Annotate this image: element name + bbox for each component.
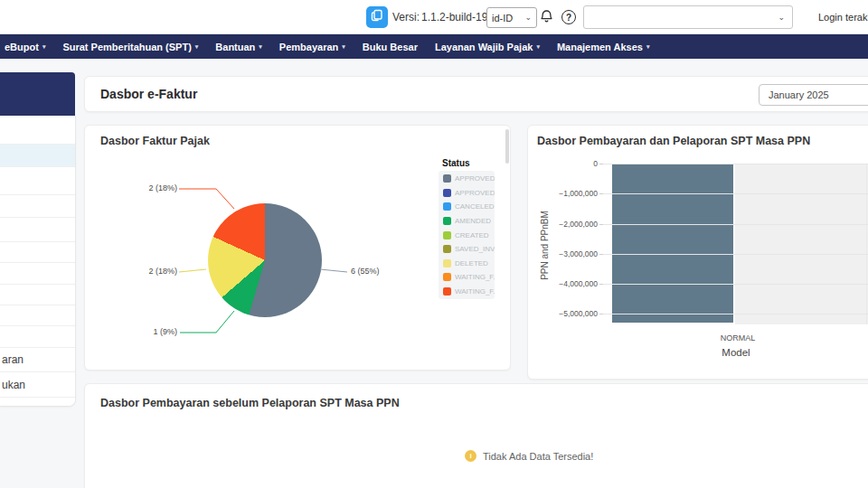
locale-select[interactable]: id-ID ⌄	[486, 7, 537, 28]
empty-state: i Tidak Ada Data Tersedia!	[465, 450, 593, 462]
nav-item-label: Bantuan	[215, 42, 255, 52]
sidebar-menu: aranukan	[0, 116, 76, 407]
legend-label: CREATED	[455, 231, 489, 239]
sidebar-item[interactable]	[0, 263, 75, 285]
y-axis-title: PPN and PPnBM	[540, 183, 550, 309]
version-label: Versi:	[392, 11, 420, 23]
y-tick-mark	[599, 254, 603, 255]
plot-right-edge	[866, 164, 867, 324]
help-button[interactable]: ?	[561, 10, 576, 24]
sidebar-item[interactable]	[0, 242, 75, 263]
y-tick-mark	[599, 284, 603, 285]
legend-label: APPROVED_...	[455, 174, 495, 183]
legend-item[interactable]: AMENDED	[443, 217, 495, 225]
nav-item-label: Surat Pemberitahuan (SPT)	[62, 42, 191, 52]
y-tick-label: −4,000,000	[528, 279, 598, 288]
y-tick-mark	[599, 224, 603, 225]
app-launcher-button[interactable]	[366, 6, 388, 28]
nav-item-bantuan[interactable]: Bantuan▾	[215, 42, 262, 52]
faktur-pie-chart[interactable]	[208, 203, 322, 317]
legend-swatch	[443, 259, 451, 267]
sidebar-item[interactable]	[0, 145, 75, 167]
legend-item[interactable]: CANCELED	[443, 202, 495, 211]
nav-item-layanan-wajib-pajak[interactable]: Layanan Wajib Pajak▾	[435, 42, 540, 52]
sidebar-item[interactable]: ukan	[0, 372, 75, 398]
sidebar-item[interactable]	[0, 326, 75, 348]
period-date-value: January 2025	[769, 89, 829, 100]
copy-pages-icon	[371, 9, 383, 25]
nav-item-label: eBupot	[5, 42, 39, 52]
sidebar-item[interactable]	[0, 195, 75, 218]
legend-item[interactable]: SAVED_INV...	[443, 245, 495, 253]
y-tick-mark	[599, 314, 603, 314]
chevron-down-icon: ▾	[259, 43, 262, 51]
nav-item-buku-besar[interactable]: Buku Besar	[363, 42, 418, 52]
plot-background-region	[735, 164, 868, 324]
sidebar-item[interactable]	[0, 305, 75, 326]
legend-label: SAVED_INV...	[455, 245, 495, 253]
y-tick-label: −3,000,000	[528, 249, 598, 258]
legend-label: CANCELED	[455, 202, 495, 211]
notifications-button[interactable]	[539, 9, 554, 28]
pie-label-deleted: 2 (18%)	[137, 267, 177, 276]
chevron-down-icon: ▾	[536, 43, 540, 51]
account-combobox[interactable]: ⌄	[583, 5, 793, 29]
legend-swatch	[443, 231, 451, 239]
period-date-input[interactable]: January 2025	[759, 84, 868, 106]
gridline	[603, 224, 868, 225]
legend-item[interactable]: APPROVED_...	[443, 174, 495, 183]
y-tick-label: −2,000,000	[528, 220, 598, 229]
ppn-report-card-title: Dasbor Pembayaran dan Pelaporan SPT Masa…	[537, 135, 810, 147]
app-window: Versi: 1.1.2-build-1951 id-ID ⌄ ? ⌄ Logi…	[0, 0, 868, 488]
legend-label: WAITING_F...	[455, 273, 495, 281]
y-tick-label: −5,000,000	[528, 309, 598, 318]
legend-item[interactable]: DELETED	[443, 259, 495, 267]
sidebar-item[interactable]	[0, 116, 75, 145]
nav-item-surat-pemberitahuan-spt-[interactable]: Surat Pemberitahuan (SPT)▾	[62, 42, 198, 52]
nav-item-ebupot[interactable]: eBupot▾	[5, 42, 45, 52]
y-tick-label: 0	[528, 159, 598, 168]
legend-item[interactable]: WAITING_F...	[443, 273, 495, 281]
legend-label: APPROVED_...	[455, 189, 495, 197]
gridline	[603, 164, 868, 164]
question-icon: ?	[566, 13, 571, 23]
pie-label-approved: 6 (55%)	[351, 267, 380, 276]
legend-item[interactable]: CREATED	[443, 231, 495, 239]
page-title: Dasbor e-Faktur	[100, 87, 197, 101]
x-axis-title: Model	[664, 347, 808, 358]
legend-swatch	[443, 287, 451, 296]
nav-item-label: Layanan Wajib Pajak	[435, 42, 533, 52]
ppn-report-card: Dasbor Pembayaran dan Pelaporan SPT Masa…	[527, 125, 868, 380]
last-login-label: Login terakhir:	[818, 12, 868, 23]
sidebar-item[interactable]	[0, 398, 75, 407]
sidebar-header-block	[0, 72, 75, 116]
legend-label: DELETED	[455, 259, 488, 267]
pie-label-amended: 1 (9%)	[137, 327, 177, 336]
chevron-down-icon: ▾	[646, 43, 650, 51]
sidebar-item[interactable]: aran	[0, 348, 75, 372]
sidebar-item[interactable]	[0, 167, 75, 195]
legend-swatch	[443, 273, 451, 281]
bar-normal[interactable]	[612, 164, 733, 323]
legend-scrollbar[interactable]	[505, 129, 509, 164]
legend-item[interactable]: WAITING_F...	[443, 287, 495, 296]
chevron-down-icon: ⌄	[524, 14, 532, 22]
legend-list: APPROVED_...APPROVED_...CANCELEDAMENDEDC…	[439, 171, 495, 299]
nav-item-manajemen-akses[interactable]: Manajemen Akses▾	[557, 42, 650, 52]
legend-title: Status	[442, 158, 470, 168]
legend-swatch	[443, 174, 451, 183]
sidebar-item[interactable]	[0, 218, 75, 242]
sidebar-item-label: aran	[2, 353, 24, 366]
y-tick-mark	[599, 193, 603, 194]
bell-icon	[539, 12, 554, 27]
legend-item[interactable]: APPROVED_...	[443, 189, 495, 197]
locale-select-value: id-ID	[492, 13, 513, 23]
nav-item-pembayaran[interactable]: Pembayaran▾	[279, 42, 345, 52]
chevron-down-icon: ▾	[342, 43, 345, 51]
legend-swatch	[443, 189, 451, 197]
sidebar-item[interactable]	[0, 285, 75, 305]
chevron-down-icon: ▾	[42, 43, 46, 51]
legend-swatch	[443, 202, 451, 211]
empty-state-text: Tidak Ada Data Tersedia!	[483, 451, 593, 462]
navbar: eBupot▾Surat Pemberitahuan (SPT)▾Bantuan…	[0, 34, 868, 59]
